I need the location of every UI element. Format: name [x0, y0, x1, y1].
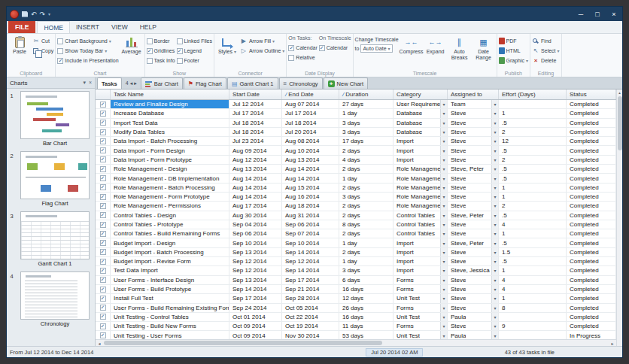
- cell-task-name[interactable]: Review and Finalize Design: [111, 100, 229, 108]
- row-checkbox[interactable]: ✓: [100, 120, 106, 126]
- horizontal-scrollbar[interactable]: ◂ ▸: [96, 339, 616, 346]
- cell-start-date[interactable]: Sep 10 2014: [229, 238, 282, 247]
- cell-end-date[interactable]: Aug 14 2014: [282, 165, 339, 173]
- checkbox-icon[interactable]: [57, 48, 63, 54]
- tab-view[interactable]: VIEW: [105, 21, 134, 33]
- row-checkbox[interactable]: ✓: [100, 129, 106, 135]
- dropdown-icon[interactable]: ▾: [440, 202, 447, 210]
- checkbox-icon[interactable]: ✓: [147, 48, 153, 54]
- cell-category[interactable]: Role Management▾: [394, 174, 448, 182]
- cell-start-date[interactable]: Jul 18 2014: [229, 128, 282, 136]
- cell-category[interactable]: Forms▾: [394, 322, 448, 330]
- checkbox-icon[interactable]: ✓: [319, 45, 325, 51]
- cell-assigned-to[interactable]: Steve▾: [448, 128, 499, 136]
- cell-effort[interactable]: 1: [499, 229, 567, 238]
- cell-effort[interactable]: 1: [499, 184, 567, 192]
- scrollbar-thumb[interactable]: [104, 341, 382, 345]
- tab-tasks[interactable]: Tasks: [97, 77, 122, 89]
- cell-end-date[interactable]: Jul 18 2014: [282, 119, 339, 127]
- cell-status[interactable]: Completed: [567, 229, 616, 238]
- dropdown-icon[interactable]: ▾: [440, 294, 447, 302]
- cell-category[interactable]: Role Management▾: [394, 193, 448, 201]
- tab-file[interactable]: FILE: [8, 21, 35, 33]
- compress-button[interactable]: →← Compress: [400, 35, 423, 55]
- cell-category[interactable]: Forms▾: [394, 304, 448, 312]
- paste-button[interactable]: Paste: [8, 35, 31, 55]
- cell-status[interactable]: Completed: [567, 276, 616, 284]
- cell-assigned-to[interactable]: Steve, Jessica▾: [448, 266, 499, 275]
- cell-start-date[interactable]: Jul 17 2014: [229, 109, 282, 117]
- qat-dropdown-icon[interactable]: ▾: [48, 11, 50, 17]
- row-checkbox[interactable]: ✓: [100, 240, 106, 246]
- cell-start-date[interactable]: Aug 14 2014: [229, 193, 282, 201]
- cell-end-date[interactable]: Aug 16 2014: [282, 193, 339, 201]
- graphic-button[interactable]: Graphic ▾: [499, 56, 529, 65]
- cell-duration[interactable]: 2 days: [339, 165, 394, 173]
- cell-task-name[interactable]: Control Tables - Design: [111, 211, 229, 220]
- panel-close-icon[interactable]: ×: [89, 80, 92, 86]
- cell-category[interactable]: Database▾: [394, 119, 448, 127]
- cell-end-date[interactable]: Sep 06 2014: [282, 220, 339, 229]
- cell-task-name[interactable]: Role Management - Permissions: [111, 202, 229, 210]
- dropdown-icon[interactable]: ▾: [491, 184, 498, 192]
- dropdown-icon[interactable]: ▾: [440, 193, 447, 201]
- cell-status[interactable]: Completed: [567, 257, 616, 265]
- dropdown-icon[interactable]: ▾: [491, 202, 498, 210]
- dropdown-icon[interactable]: ▾: [491, 266, 498, 275]
- row-checkbox[interactable]: ✓: [100, 166, 106, 172]
- cell-duration[interactable]: 1 day: [339, 257, 394, 265]
- scroll-right-icon[interactable]: ▸: [134, 80, 137, 86]
- cell-end-date[interactable]: Sep 14 2014: [282, 248, 339, 256]
- cell-effort[interactable]: .5: [499, 211, 567, 220]
- cell-start-date[interactable]: Sep 13 2014: [229, 248, 282, 256]
- header-assigned-to[interactable]: Assigned to: [448, 89, 499, 99]
- cell-effort[interactable]: 2: [499, 128, 567, 136]
- cell-start-date[interactable]: Sep 12 2014: [229, 257, 282, 265]
- dropdown-icon[interactable]: ▾: [440, 137, 447, 145]
- cell-effort[interactable]: 4: [499, 276, 567, 284]
- cell-effort[interactable]: 1: [499, 294, 567, 302]
- tab-insert[interactable]: INSERT: [70, 21, 105, 33]
- show-option-legend[interactable]: ✓Legend: [177, 47, 212, 55]
- cell-assigned-to[interactable]: Steve▾: [448, 248, 499, 256]
- cell-status[interactable]: Completed: [567, 304, 616, 312]
- cell-assigned-to[interactable]: Steve, Peter▾: [448, 238, 499, 247]
- cell-start-date[interactable]: Aug 17 2014: [229, 202, 282, 210]
- cell-start-date[interactable]: Aug 14 2014: [229, 174, 282, 182]
- cell-task-name[interactable]: Unit Testing - Control Tables: [111, 313, 229, 321]
- dropdown-icon[interactable]: ▾: [440, 211, 447, 220]
- date-display-option-calendar[interactable]: ✓Calendar: [319, 44, 351, 52]
- dropdown-icon[interactable]: ▾: [440, 184, 447, 192]
- row-checkbox[interactable]: ✓: [100, 222, 106, 228]
- checkbox-icon[interactable]: [288, 55, 294, 61]
- row-checkbox[interactable]: ✓: [100, 194, 106, 200]
- cell-end-date[interactable]: Sep 17 2014: [282, 276, 339, 284]
- cell-end-date[interactable]: Aug 08 2014: [282, 137, 339, 145]
- cell-assigned-to[interactable]: Steve▾: [448, 322, 499, 330]
- dropdown-icon[interactable]: ▾: [491, 109, 498, 117]
- dropdown-icon[interactable]: ▾: [491, 211, 498, 220]
- cell-status[interactable]: Completed: [567, 313, 616, 321]
- chart-option-include-in-presentation[interactable]: ✓Include in Presentation: [57, 56, 118, 65]
- cell-effort[interactable]: 12: [499, 137, 567, 145]
- row-checkbox[interactable]: ✓: [100, 314, 106, 320]
- cell-task-name[interactable]: Budget Import - Batch Processing: [111, 248, 229, 256]
- cell-end-date[interactable]: Aug 15 2014: [282, 184, 339, 192]
- cut-button[interactable]: ✂ Cut: [32, 37, 53, 45]
- cell-task-name[interactable]: Role Management - Form Prototype: [111, 193, 229, 201]
- cell-status[interactable]: Completed: [567, 156, 616, 164]
- title-bar[interactable]: ↶ ↷ ▾ ─ □ ×: [7, 7, 622, 21]
- cell-assigned-to[interactable]: Steve▾: [448, 285, 499, 293]
- cell-category[interactable]: Import▾: [394, 156, 448, 164]
- minimize-button[interactable]: ─: [573, 7, 589, 21]
- cell-category[interactable]: User Requiremen▾: [394, 100, 448, 108]
- cell-effort[interactable]: .5: [499, 165, 567, 173]
- row-checkbox[interactable]: ✓: [100, 184, 106, 190]
- cell-status[interactable]: Completed: [567, 285, 616, 293]
- cell-duration[interactable]: 4 days: [339, 156, 394, 164]
- cell-assigned-to[interactable]: Paula▾: [448, 313, 499, 321]
- dropdown-icon[interactable]: ▾: [440, 128, 447, 136]
- cell-effort[interactable]: .5: [499, 146, 567, 154]
- cell-duration[interactable]: 12 days: [339, 294, 394, 302]
- row-checkbox[interactable]: ✓: [100, 323, 106, 329]
